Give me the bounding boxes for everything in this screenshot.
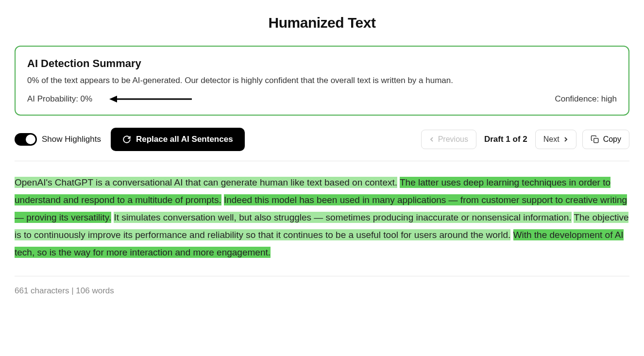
divider <box>15 161 629 161</box>
svg-rect-2 <box>593 138 598 143</box>
copy-label: Copy <box>603 135 621 144</box>
next-label: Next <box>543 135 559 144</box>
footer-divider <box>15 276 629 276</box>
chevron-left-icon <box>429 137 434 142</box>
confidence-label: Confidence: high <box>555 94 617 104</box>
ai-probability-label: AI Probability: 0% <box>27 94 92 104</box>
previous-label: Previous <box>438 135 468 144</box>
humanized-text-content: OpenAI's ChatGPT is a conversational AI … <box>15 174 629 261</box>
next-button[interactable]: Next <box>535 130 576 149</box>
show-highlights-toggle[interactable] <box>15 133 37 146</box>
replace-all-label: Replace all AI Sentences <box>136 135 233 144</box>
summary-heading: AI Detection Summary <box>27 57 617 70</box>
show-highlights-label: Show Highlights <box>42 135 101 144</box>
character-word-stats: 661 characters | 106 words <box>15 286 629 296</box>
ai-detection-summary-card: AI Detection Summary 0% of the text appe… <box>15 46 629 116</box>
arrow-annotation-icon <box>109 94 192 104</box>
copy-icon <box>591 135 599 144</box>
summary-description: 0% of the text appears to be AI-generate… <box>27 76 617 85</box>
previous-button[interactable]: Previous <box>421 130 476 149</box>
chevron-right-icon <box>563 137 568 142</box>
replace-icon <box>122 135 131 144</box>
replace-all-button[interactable]: Replace all AI Sentences <box>111 128 245 151</box>
svg-marker-1 <box>109 96 117 102</box>
show-highlights-toggle-wrap[interactable]: Show Highlights <box>15 133 101 146</box>
highlighted-sentence[interactable]: It simulates conversation well, but also… <box>114 212 571 223</box>
controls-bar: Show Highlights Replace all AI Sentences… <box>15 128 629 151</box>
draft-counter: Draft 1 of 2 <box>482 135 529 144</box>
toggle-knob <box>26 135 35 144</box>
highlighted-sentence[interactable]: OpenAI's ChatGPT is a conversational AI … <box>15 177 397 188</box>
copy-button[interactable]: Copy <box>582 130 629 149</box>
page-title: Humanized Text <box>15 15 629 31</box>
